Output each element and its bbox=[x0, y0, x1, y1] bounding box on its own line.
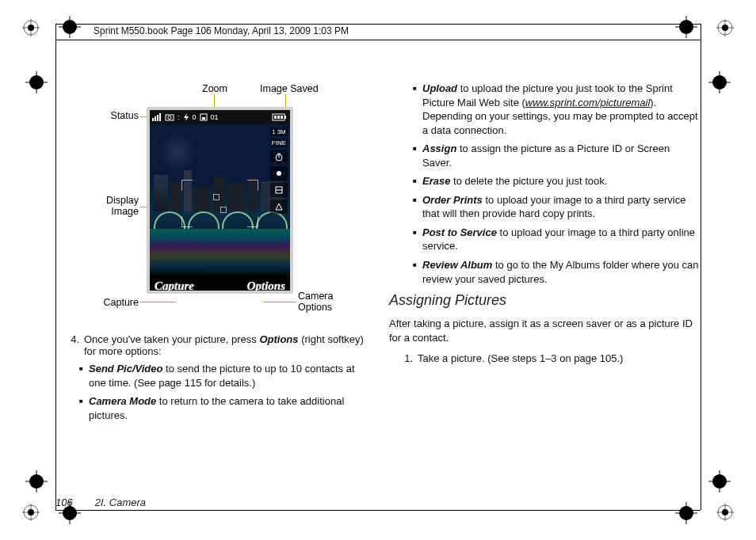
page-number: 106 bbox=[55, 496, 73, 508]
svg-rect-51 bbox=[274, 116, 277, 119]
softkey-capture: Capture bbox=[155, 280, 194, 293]
status-index: 01 bbox=[211, 113, 219, 121]
bullet-icon: ■ bbox=[413, 258, 418, 286]
bullet-item: ■ Upload to upload the picture you just … bbox=[389, 82, 701, 137]
svg-rect-50 bbox=[284, 116, 286, 119]
step-text: Once you've taken your picture, press Op… bbox=[84, 333, 367, 357]
camera-icon bbox=[165, 113, 174, 121]
crop-mark-icon bbox=[22, 504, 40, 521]
callout-camera-options: Camera Options bbox=[298, 291, 333, 313]
left-column: Zoom Image Saved Status Display Image Ca… bbox=[55, 82, 367, 427]
callout-capture: Capture bbox=[83, 297, 139, 308]
svg-rect-43 bbox=[159, 113, 161, 121]
callout-status: Status bbox=[83, 110, 139, 121]
callout-zoom: Zoom bbox=[202, 83, 227, 94]
picturemail-link: www.sprint.com/picturemail bbox=[525, 97, 651, 108]
crop-line bbox=[55, 510, 701, 511]
softkey-options: Options bbox=[247, 280, 285, 293]
section-intro: After taking a picture, assign it as a s… bbox=[389, 317, 701, 344]
camera-status-bar: : 0 01 bbox=[150, 110, 290, 124]
header-text: Sprint M550.book Page 106 Monday, April … bbox=[94, 25, 349, 36]
step-number: 4. bbox=[67, 333, 79, 357]
effect-icon bbox=[270, 183, 288, 197]
quality-badge: FINE bbox=[270, 139, 288, 147]
bullet-item: ■ Post to Service to upload your image t… bbox=[389, 226, 701, 253]
step-text: Take a picture. (See steps 1–3 on page 1… bbox=[418, 352, 623, 364]
bullet-item: ■ Assign to assign the picture as a Pict… bbox=[389, 142, 701, 169]
bullet-item: ■ Camera Mode to return to the camera to… bbox=[55, 394, 367, 422]
svg-point-57 bbox=[277, 171, 281, 176]
svg-rect-41 bbox=[155, 116, 156, 121]
section-title: Assigning Pictures bbox=[389, 292, 701, 309]
register-mark-icon bbox=[25, 470, 48, 492]
register-mark-icon bbox=[708, 470, 731, 492]
crop-mark-icon bbox=[716, 19, 734, 36]
right-column: ■ Upload to upload the picture you just … bbox=[389, 82, 701, 427]
register-mark-icon bbox=[708, 71, 731, 93]
svg-rect-42 bbox=[157, 115, 158, 121]
page-footer: 106 2I. Camera bbox=[55, 496, 146, 508]
callout-image-saved: Image Saved bbox=[260, 83, 319, 94]
bullet-icon: ■ bbox=[413, 226, 418, 253]
bullet-icon: ■ bbox=[79, 362, 84, 390]
page: Sprint M550.book Page 106 Monday, April … bbox=[55, 24, 701, 508]
chapter-label: 2I. Camera bbox=[95, 496, 146, 508]
resolution-badge: 1 3M bbox=[270, 127, 288, 136]
step-number: 1. bbox=[400, 352, 413, 364]
bullet-item: ■ Review Album to go to the My Albums fo… bbox=[389, 258, 701, 286]
crop-mark-icon bbox=[22, 19, 40, 36]
bullet-item: ■ Send Pic/Video to send the picture to … bbox=[55, 362, 367, 390]
svg-point-45 bbox=[168, 116, 171, 120]
bullet-icon: ■ bbox=[413, 82, 418, 137]
disk-icon bbox=[200, 113, 208, 121]
flash-icon bbox=[183, 113, 189, 121]
bullet-item: ■ Erase to delete the picture you just t… bbox=[389, 174, 701, 188]
step-1: 1. Take a picture. (See steps 1–3 on pag… bbox=[389, 352, 701, 364]
bullet-icon: ■ bbox=[413, 193, 418, 221]
camera-settings-badges: 1 3M FINE bbox=[270, 127, 288, 214]
phone-screen: : 0 01 bbox=[147, 107, 293, 294]
mode-icon bbox=[270, 200, 288, 214]
callout-display-image: Display Image bbox=[83, 195, 139, 217]
signal-icon bbox=[152, 113, 162, 121]
crop-mark-icon bbox=[716, 504, 734, 521]
viewfinder-image: 1 3M FINE bbox=[150, 124, 290, 275]
callout-line bbox=[140, 302, 176, 302]
svg-rect-40 bbox=[152, 118, 154, 121]
camera-figure: Zoom Image Saved Status Display Image Ca… bbox=[55, 82, 367, 319]
status-count: 0 bbox=[193, 113, 197, 121]
svg-marker-46 bbox=[184, 113, 189, 121]
svg-rect-53 bbox=[281, 116, 283, 119]
callout-line bbox=[263, 302, 296, 302]
softkey-bar: Capture Options bbox=[150, 275, 290, 294]
bullet-icon: ■ bbox=[413, 142, 418, 169]
svg-rect-52 bbox=[277, 116, 280, 119]
svg-rect-48 bbox=[202, 117, 205, 120]
white-balance-icon bbox=[270, 166, 288, 181]
timer-icon bbox=[270, 150, 288, 164]
bullet-icon: ■ bbox=[79, 394, 84, 422]
register-mark-icon bbox=[25, 71, 48, 93]
page-header: Sprint M550.book Page 106 Monday, April … bbox=[55, 24, 701, 40]
step-4: 4. Once you've taken your picture, press… bbox=[55, 333, 367, 357]
svg-marker-60 bbox=[276, 203, 282, 210]
bullet-icon: ■ bbox=[413, 174, 418, 188]
battery-icon bbox=[272, 113, 288, 121]
bullet-item: ■ Order Prints to upload your image to a… bbox=[389, 193, 701, 221]
